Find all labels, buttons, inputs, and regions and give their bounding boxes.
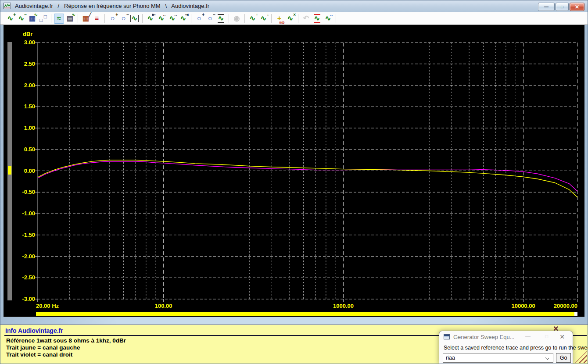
window-controls: — □ ✕: [538, 3, 584, 11]
sweep-progress-bar: [36, 312, 577, 316]
x-axis-label: 20.00 Hz: [36, 303, 59, 309]
app-icon: [4, 3, 11, 9]
dialog-title: Generator Sweep Equ...: [453, 334, 514, 340]
trace-to-start-icon[interactable]: ∿⇤: [145, 14, 155, 24]
reference-trace-combobox[interactable]: riaa: [443, 353, 553, 363]
toolbar-separator: [78, 14, 78, 23]
y-axis-label: 0.00: [6, 168, 35, 174]
trace-to-end-icon[interactable]: ∿⇥: [178, 14, 188, 24]
trace-bounds-icon[interactable]: ∿: [216, 14, 226, 24]
y-axis-label: -1.00: [6, 210, 35, 217]
dialog-minimize-icon[interactable]: —: [525, 333, 531, 339]
toolbar-separator: [336, 14, 336, 23]
restore-button[interactable]: □: [556, 3, 569, 11]
minimize-button[interactable]: —: [538, 3, 555, 11]
dialog-instruction: Select a saved reference trace and press…: [444, 345, 588, 351]
dialog-maximize-icon: □: [545, 334, 548, 339]
trace-forward-icon[interactable]: ∿→: [167, 14, 177, 24]
print-graph-icon[interactable]: ▤∿: [65, 14, 75, 24]
show-values-icon[interactable]: ≡: [92, 14, 102, 24]
resize-grip[interactable]: [575, 351, 587, 363]
undo-zoom-icon: ↶: [301, 14, 311, 24]
trace-up-icon[interactable]: ∿↑: [247, 14, 258, 24]
y-axis-label: -2.50: [6, 274, 35, 281]
axis-setup-icon[interactable]: ∿↔: [323, 14, 333, 24]
cursor-readout-icon[interactable]: ∿×: [285, 14, 295, 24]
save-trace-icon[interactable]: ▦∿: [27, 14, 37, 24]
x-axis-label: 20000.00: [554, 303, 577, 309]
toolbar-separator: [191, 14, 191, 23]
pan-lock-icon: ◉: [232, 14, 242, 24]
y-axis-label: -2.00: [6, 253, 35, 260]
chevron-down-icon[interactable]: [545, 356, 549, 360]
y-axis-label: 2.00: [6, 82, 35, 89]
go-button[interactable]: Go: [556, 353, 571, 363]
copy-graph-icon[interactable]: □□: [38, 14, 48, 24]
info-line-right-channel: Trait violet = canal droit: [6, 351, 72, 358]
y-axis-label: 0.50: [6, 146, 35, 153]
trace-left-channel: [38, 160, 577, 197]
dialog-close-icon[interactable]: ✕: [559, 333, 565, 340]
generator-sweep-dialog: Generator Sweep Equ... — □ ✕ Select a sa…: [439, 331, 573, 364]
toolbar-separator: [271, 14, 272, 23]
zoom-y-in-icon[interactable]: ○+: [194, 14, 204, 24]
y-axis-label: 1.00: [6, 125, 35, 131]
zoom-x-in-icon[interactable]: ○+: [108, 14, 118, 24]
zoom-x-out-icon[interactable]: ○−: [118, 14, 129, 24]
dialog-title-bar[interactable]: Generator Sweep Equ...: [439, 331, 573, 343]
trace-right-channel: [38, 161, 577, 191]
toolbar-separator: [142, 14, 143, 23]
sweep-progress-remainder: [574, 312, 577, 316]
x-axis-label: 1000.00: [333, 303, 354, 309]
y-axis-label: -3.00: [6, 296, 35, 302]
chart-area: dBr 3.002.502.001.501.000.500.00-0.50-1.…: [4, 25, 584, 317]
autofit-trace-icon[interactable]: ∿: [129, 14, 140, 24]
y-axis-label: 1.50: [6, 103, 35, 110]
add-trace-icon[interactable]: ∿+: [5, 14, 15, 24]
toolbar-separator: [104, 14, 105, 23]
x-axis-label: 10000.00: [511, 303, 535, 309]
combobox-value: riaa: [446, 355, 455, 361]
window-frame: dBr 3.002.502.001.501.000.500.00-0.50-1.…: [0, 25, 588, 325]
toolbar: ∿+∿−▦∿□□≈▤∿▦╱≡○+○−∿∿⇤∿←∿→∿⇥○+○−∿◉∿↑∿↓+0.…: [0, 12, 588, 25]
trace-back-icon[interactable]: ∿←: [156, 14, 166, 24]
trace-down-icon[interactable]: ∿↓: [258, 14, 269, 24]
zoom-y-out-icon[interactable]: ○−: [205, 14, 215, 24]
dialog-app-icon: [444, 334, 450, 339]
x-axis-label: 100.00: [155, 303, 172, 309]
y-axis-label: 3.00: [6, 39, 35, 46]
toolbar-separator: [298, 14, 298, 23]
info-line-left-channel: Trait jaune = canal gauche: [6, 344, 80, 351]
toolbar-separator: [244, 14, 245, 23]
y-axis-label: 2.50: [6, 61, 35, 67]
window-title: Audiovintage.fr / Réponse en fréquence s…: [15, 3, 209, 9]
edit-comment-icon[interactable]: ▦╱: [81, 14, 91, 24]
toolbar-separator: [229, 14, 229, 23]
info-line-reference: Référence 1watt sous 8 ohms à 1khz, 0dBr: [6, 337, 126, 344]
show-graph-icon[interactable]: ≈: [54, 14, 64, 24]
y-axis-unit: dBr: [23, 31, 32, 37]
y-axis-label: -1.50: [6, 232, 35, 238]
y-axis-label: -0.50: [6, 189, 35, 195]
info-panel-title: Info Audiovintage.fr: [5, 327, 63, 334]
reference-limits-icon[interactable]: ∿: [312, 14, 322, 24]
toolbar-separator: [51, 14, 51, 23]
plot: [38, 43, 577, 299]
close-button[interactable]: ✕: [570, 3, 584, 11]
offset-zero-icon[interactable]: +0.00: [274, 14, 284, 24]
title-bar[interactable]: Audiovintage.fr / Réponse en fréquence s…: [0, 0, 588, 12]
subtract-trace-icon[interactable]: ∿−: [16, 14, 26, 24]
